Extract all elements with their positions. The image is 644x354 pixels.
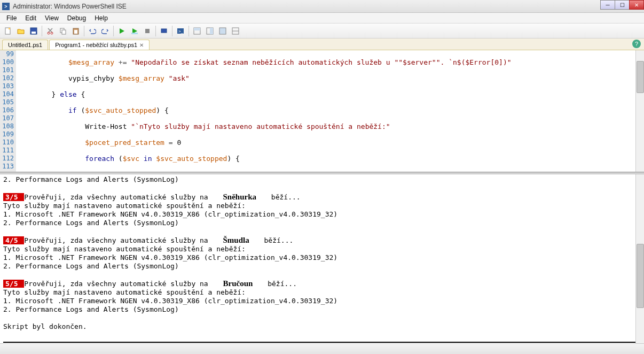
open-file-button[interactable] bbox=[15, 25, 27, 37]
powershell-icon: > bbox=[2, 3, 10, 10]
powershell-console-button[interactable]: >_ bbox=[175, 25, 186, 37]
console-line: 2. Performance Logs and Alerts (SysmonLo… bbox=[3, 219, 641, 227]
console-line: 1. Microsoft .NET Framework NGEN v4.0.30… bbox=[3, 253, 641, 262]
cut-button[interactable] bbox=[44, 25, 56, 37]
console-line: Skript byl dokončen. bbox=[3, 322, 641, 331]
svg-rect-19 bbox=[219, 28, 226, 34]
console-line: 3/5 Prověřuji, zda všechny automatické s… bbox=[3, 193, 641, 202]
console-line: 1. Microsoft .NET Framework NGEN v4.0.30… bbox=[3, 297, 641, 305]
svg-text:>_: >_ bbox=[178, 29, 184, 34]
console-line: 2. Performance Logs and Alerts (SysmonLo… bbox=[3, 262, 641, 271]
status-bar bbox=[0, 343, 644, 354]
editor-tabs: Untitled1.ps1 Program1 - neběžící služby… bbox=[0, 39, 644, 50]
code-area[interactable]: $mesg_array += "Nepodařilo se získat sez… bbox=[16, 50, 644, 172]
menu-debug[interactable]: Debug bbox=[63, 13, 90, 23]
svg-rect-10 bbox=[131, 33, 138, 34]
progress-badge: 4/5 bbox=[3, 236, 24, 244]
scrollbar-thumb[interactable] bbox=[637, 61, 644, 93]
editor-scrollbar[interactable] bbox=[635, 50, 644, 172]
save-button[interactable] bbox=[28, 25, 40, 37]
svg-rect-3 bbox=[32, 32, 36, 34]
tab-untitled[interactable]: Untitled1.ps1 bbox=[2, 40, 48, 50]
progress-badge: 5/5 bbox=[3, 280, 24, 288]
svg-rect-12 bbox=[161, 29, 167, 33]
stop-button[interactable] bbox=[142, 25, 153, 37]
layout-button[interactable] bbox=[230, 25, 241, 37]
tab-program1[interactable]: Program1 - neběžící služby.ps1 ✕ bbox=[49, 40, 150, 50]
console-scrollbar[interactable] bbox=[635, 174, 644, 343]
tab-label: Program1 - neběžící služby.ps1 bbox=[55, 42, 137, 48]
scrollbar-thumb[interactable] bbox=[637, 244, 644, 308]
show-script-max-button[interactable] bbox=[217, 25, 229, 37]
window-controls: ─ ☐ ✕ bbox=[601, 0, 644, 10]
show-script-pane-button[interactable] bbox=[191, 25, 203, 37]
tab-label: Untitled1.ps1 bbox=[8, 42, 42, 48]
script-editor[interactable]: 99100101 102103104 105106107 108109110 1… bbox=[0, 50, 644, 172]
console-line: Tyto služby mají nastaveno automatické s… bbox=[3, 288, 641, 297]
close-icon[interactable]: ✕ bbox=[139, 42, 144, 48]
separator-line bbox=[3, 342, 641, 343]
undo-button[interactable] bbox=[87, 25, 98, 37]
window-title: Administrator: Windows PowerShell ISE bbox=[13, 3, 127, 10]
new-file-button[interactable] bbox=[2, 25, 14, 37]
line-gutter: 99100101 102103104 105106107 108109110 1… bbox=[0, 50, 16, 172]
copy-button[interactable] bbox=[57, 25, 69, 37]
server-name: Bručoun bbox=[213, 279, 264, 288]
svg-rect-16 bbox=[194, 28, 200, 30]
console-line: 1. Microsoft .NET Framework NGEN v4.0.30… bbox=[3, 210, 641, 219]
console-pane[interactable]: 2. Performance Logs and Alerts (SysmonLo… bbox=[0, 174, 644, 343]
paste-button[interactable] bbox=[70, 25, 82, 37]
minimize-button[interactable]: ─ bbox=[600, 0, 615, 10]
menu-view[interactable]: View bbox=[41, 13, 63, 23]
menu-help[interactable]: Help bbox=[90, 13, 112, 23]
close-button[interactable]: ✕ bbox=[629, 0, 644, 10]
menu-file[interactable]: File bbox=[2, 13, 21, 23]
console-line: 4/5 Prověřuji, zda všechny automatické s… bbox=[3, 236, 641, 245]
run-selection-button[interactable] bbox=[129, 25, 140, 37]
maximize-button[interactable]: ☐ bbox=[615, 0, 630, 10]
title-bar: > Administrator: Windows PowerShell ISE … bbox=[0, 0, 644, 13]
svg-rect-18 bbox=[210, 28, 213, 34]
menu-bar: File Edit View Debug Help bbox=[0, 13, 644, 24]
run-button[interactable] bbox=[116, 25, 128, 37]
svg-rect-11 bbox=[145, 29, 150, 33]
server-name: Šmudla bbox=[213, 236, 260, 244]
console-line: 5/5 Prověřuji, zda všechny automatické s… bbox=[3, 279, 641, 288]
svg-rect-1 bbox=[9, 28, 10, 29]
help-icon[interactable]: ? bbox=[632, 40, 641, 48]
svg-rect-9 bbox=[74, 30, 77, 34]
console-line: 2. Performance Logs and Alerts (SysmonLo… bbox=[3, 305, 641, 314]
server-name: Sněhurka bbox=[213, 193, 268, 201]
console-line: Tyto služby mají nastaveno automatické s… bbox=[3, 245, 641, 253]
redo-button[interactable] bbox=[99, 25, 111, 37]
show-script-right-button[interactable] bbox=[204, 25, 216, 37]
new-remote-tab-button[interactable] bbox=[158, 25, 170, 37]
progress-badge: 3/5 bbox=[3, 193, 24, 201]
console-line: 2. Performance Logs and Alerts (SysmonLo… bbox=[3, 175, 641, 184]
menu-edit[interactable]: Edit bbox=[21, 13, 41, 23]
console-line: Tyto služby mají nastaveno automatické s… bbox=[3, 202, 641, 210]
svg-rect-7 bbox=[62, 30, 66, 34]
toolbar: >_ bbox=[0, 24, 644, 39]
